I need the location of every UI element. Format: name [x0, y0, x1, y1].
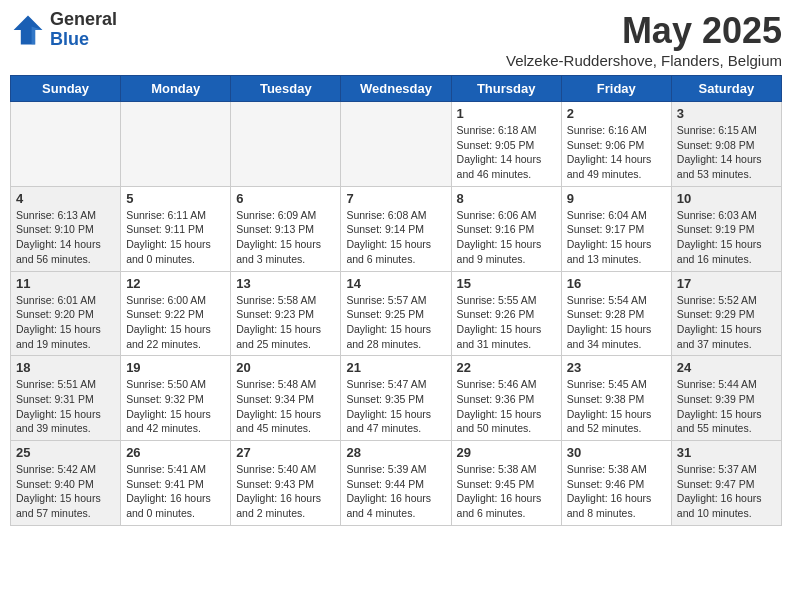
calendar-cell: 1Sunrise: 6:18 AM Sunset: 9:05 PM Daylig… — [451, 102, 561, 187]
calendar-cell: 6Sunrise: 6:09 AM Sunset: 9:13 PM Daylig… — [231, 186, 341, 271]
calendar-cell: 23Sunrise: 5:45 AM Sunset: 9:38 PM Dayli… — [561, 356, 671, 441]
calendar-cell: 8Sunrise: 6:06 AM Sunset: 9:16 PM Daylig… — [451, 186, 561, 271]
calendar-cell: 26Sunrise: 5:41 AM Sunset: 9:41 PM Dayli… — [121, 441, 231, 526]
day-info: Sunrise: 6:03 AM Sunset: 9:19 PM Dayligh… — [677, 208, 776, 267]
calendar-cell: 17Sunrise: 5:52 AM Sunset: 9:29 PM Dayli… — [671, 271, 781, 356]
calendar-table: SundayMondayTuesdayWednesdayThursdayFrid… — [10, 75, 782, 526]
day-number: 25 — [16, 445, 115, 460]
day-info: Sunrise: 6:06 AM Sunset: 9:16 PM Dayligh… — [457, 208, 556, 267]
day-number: 18 — [16, 360, 115, 375]
day-number: 11 — [16, 276, 115, 291]
day-number: 19 — [126, 360, 225, 375]
day-number: 27 — [236, 445, 335, 460]
day-number: 28 — [346, 445, 445, 460]
day-number: 2 — [567, 106, 666, 121]
day-info: Sunrise: 5:38 AM Sunset: 9:45 PM Dayligh… — [457, 462, 556, 521]
calendar-title: May 2025 — [506, 10, 782, 52]
day-info: Sunrise: 5:55 AM Sunset: 9:26 PM Dayligh… — [457, 293, 556, 352]
day-number: 29 — [457, 445, 556, 460]
day-info: Sunrise: 5:40 AM Sunset: 9:43 PM Dayligh… — [236, 462, 335, 521]
logo: General Blue — [10, 10, 117, 50]
logo-icon — [10, 12, 46, 48]
calendar-cell: 3Sunrise: 6:15 AM Sunset: 9:08 PM Daylig… — [671, 102, 781, 187]
day-number: 24 — [677, 360, 776, 375]
calendar-cell: 4Sunrise: 6:13 AM Sunset: 9:10 PM Daylig… — [11, 186, 121, 271]
day-number: 8 — [457, 191, 556, 206]
day-number: 12 — [126, 276, 225, 291]
day-number: 10 — [677, 191, 776, 206]
calendar-week: 18Sunrise: 5:51 AM Sunset: 9:31 PM Dayli… — [11, 356, 782, 441]
calendar-cell: 31Sunrise: 5:37 AM Sunset: 9:47 PM Dayli… — [671, 441, 781, 526]
calendar-cell: 16Sunrise: 5:54 AM Sunset: 9:28 PM Dayli… — [561, 271, 671, 356]
day-info: Sunrise: 5:38 AM Sunset: 9:46 PM Dayligh… — [567, 462, 666, 521]
day-number: 17 — [677, 276, 776, 291]
logo-blue: Blue — [50, 30, 117, 50]
calendar-week: 25Sunrise: 5:42 AM Sunset: 9:40 PM Dayli… — [11, 441, 782, 526]
calendar-cell: 9Sunrise: 6:04 AM Sunset: 9:17 PM Daylig… — [561, 186, 671, 271]
calendar-cell: 18Sunrise: 5:51 AM Sunset: 9:31 PM Dayli… — [11, 356, 121, 441]
calendar-cell: 21Sunrise: 5:47 AM Sunset: 9:35 PM Dayli… — [341, 356, 451, 441]
weekday-header: Friday — [561, 76, 671, 102]
day-info: Sunrise: 6:09 AM Sunset: 9:13 PM Dayligh… — [236, 208, 335, 267]
title-block: May 2025 Velzeke-Ruddershove, Flanders, … — [506, 10, 782, 69]
calendar-cell: 2Sunrise: 6:16 AM Sunset: 9:06 PM Daylig… — [561, 102, 671, 187]
day-number: 14 — [346, 276, 445, 291]
day-info: Sunrise: 6:00 AM Sunset: 9:22 PM Dayligh… — [126, 293, 225, 352]
day-info: Sunrise: 5:50 AM Sunset: 9:32 PM Dayligh… — [126, 377, 225, 436]
calendar-cell: 11Sunrise: 6:01 AM Sunset: 9:20 PM Dayli… — [11, 271, 121, 356]
day-info: Sunrise: 5:46 AM Sunset: 9:36 PM Dayligh… — [457, 377, 556, 436]
day-info: Sunrise: 5:42 AM Sunset: 9:40 PM Dayligh… — [16, 462, 115, 521]
day-number: 20 — [236, 360, 335, 375]
day-number: 15 — [457, 276, 556, 291]
weekday-header: Monday — [121, 76, 231, 102]
calendar-cell: 22Sunrise: 5:46 AM Sunset: 9:36 PM Dayli… — [451, 356, 561, 441]
day-number: 22 — [457, 360, 556, 375]
calendar-cell: 7Sunrise: 6:08 AM Sunset: 9:14 PM Daylig… — [341, 186, 451, 271]
calendar-cell — [11, 102, 121, 187]
day-number: 23 — [567, 360, 666, 375]
calendar-cell: 10Sunrise: 6:03 AM Sunset: 9:19 PM Dayli… — [671, 186, 781, 271]
day-info: Sunrise: 5:51 AM Sunset: 9:31 PM Dayligh… — [16, 377, 115, 436]
calendar-header: SundayMondayTuesdayWednesdayThursdayFrid… — [11, 76, 782, 102]
day-info: Sunrise: 5:57 AM Sunset: 9:25 PM Dayligh… — [346, 293, 445, 352]
day-number: 7 — [346, 191, 445, 206]
day-info: Sunrise: 5:45 AM Sunset: 9:38 PM Dayligh… — [567, 377, 666, 436]
day-number: 9 — [567, 191, 666, 206]
weekday-row: SundayMondayTuesdayWednesdayThursdayFrid… — [11, 76, 782, 102]
calendar-cell: 30Sunrise: 5:38 AM Sunset: 9:46 PM Dayli… — [561, 441, 671, 526]
day-info: Sunrise: 6:01 AM Sunset: 9:20 PM Dayligh… — [16, 293, 115, 352]
day-number: 16 — [567, 276, 666, 291]
day-number: 26 — [126, 445, 225, 460]
calendar-week: 1Sunrise: 6:18 AM Sunset: 9:05 PM Daylig… — [11, 102, 782, 187]
day-info: Sunrise: 5:48 AM Sunset: 9:34 PM Dayligh… — [236, 377, 335, 436]
day-number: 1 — [457, 106, 556, 121]
day-info: Sunrise: 5:52 AM Sunset: 9:29 PM Dayligh… — [677, 293, 776, 352]
calendar-cell: 29Sunrise: 5:38 AM Sunset: 9:45 PM Dayli… — [451, 441, 561, 526]
day-number: 5 — [126, 191, 225, 206]
calendar-cell: 25Sunrise: 5:42 AM Sunset: 9:40 PM Dayli… — [11, 441, 121, 526]
calendar-cell: 5Sunrise: 6:11 AM Sunset: 9:11 PM Daylig… — [121, 186, 231, 271]
calendar-body: 1Sunrise: 6:18 AM Sunset: 9:05 PM Daylig… — [11, 102, 782, 526]
day-info: Sunrise: 5:41 AM Sunset: 9:41 PM Dayligh… — [126, 462, 225, 521]
day-info: Sunrise: 6:16 AM Sunset: 9:06 PM Dayligh… — [567, 123, 666, 182]
calendar-cell: 15Sunrise: 5:55 AM Sunset: 9:26 PM Dayli… — [451, 271, 561, 356]
weekday-header: Saturday — [671, 76, 781, 102]
weekday-header: Tuesday — [231, 76, 341, 102]
day-info: Sunrise: 6:08 AM Sunset: 9:14 PM Dayligh… — [346, 208, 445, 267]
calendar-subtitle: Velzeke-Ruddershove, Flanders, Belgium — [506, 52, 782, 69]
calendar-cell: 27Sunrise: 5:40 AM Sunset: 9:43 PM Dayli… — [231, 441, 341, 526]
day-info: Sunrise: 5:58 AM Sunset: 9:23 PM Dayligh… — [236, 293, 335, 352]
day-number: 3 — [677, 106, 776, 121]
calendar-cell: 14Sunrise: 5:57 AM Sunset: 9:25 PM Dayli… — [341, 271, 451, 356]
calendar-cell — [121, 102, 231, 187]
day-info: Sunrise: 6:13 AM Sunset: 9:10 PM Dayligh… — [16, 208, 115, 267]
calendar-cell: 20Sunrise: 5:48 AM Sunset: 9:34 PM Dayli… — [231, 356, 341, 441]
page-header: General Blue May 2025 Velzeke-Ruddershov… — [10, 10, 782, 69]
calendar-cell: 12Sunrise: 6:00 AM Sunset: 9:22 PM Dayli… — [121, 271, 231, 356]
day-info: Sunrise: 5:54 AM Sunset: 9:28 PM Dayligh… — [567, 293, 666, 352]
day-number: 4 — [16, 191, 115, 206]
day-number: 21 — [346, 360, 445, 375]
calendar-cell: 19Sunrise: 5:50 AM Sunset: 9:32 PM Dayli… — [121, 356, 231, 441]
day-number: 31 — [677, 445, 776, 460]
logo-general: General — [50, 10, 117, 30]
